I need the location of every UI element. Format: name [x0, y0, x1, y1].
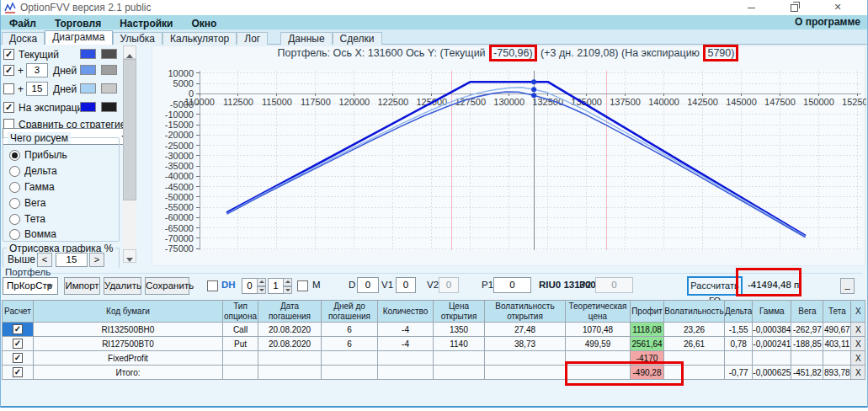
- menu-item-0[interactable]: Файл: [0, 17, 45, 29]
- column-header-9: Профит: [631, 301, 664, 323]
- y-axis-label: -15000: [165, 120, 194, 130]
- radio-label-0: Прибыль: [24, 149, 67, 161]
- spin-up-icon[interactable]: [283, 278, 292, 286]
- maximize-button[interactable]: [781, 0, 807, 15]
- dh-checkbox[interactable]: [207, 280, 218, 291]
- spin-up-icon[interactable]: [257, 278, 266, 286]
- v2-input: 0: [439, 277, 459, 293]
- decrease-button[interactable]: <: [37, 253, 52, 267]
- cell-дельта: -1,55: [725, 323, 753, 337]
- menu-item-3[interactable]: Окно: [182, 17, 226, 29]
- column-header-6: Цена открытия: [434, 301, 485, 323]
- v2-label: V2: [427, 280, 439, 290]
- radio-прибыль[interactable]: [9, 150, 20, 161]
- minimize-button[interactable]: [738, 0, 764, 15]
- cell-код-бумаги: RI127500BT0: [34, 337, 223, 351]
- row-calc-checkbox-cell[interactable]: ✓: [3, 323, 34, 337]
- y-axis-label: -65000: [165, 223, 194, 233]
- x-axis-label: 150000: [803, 97, 834, 107]
- menu-item-1[interactable]: Торговля: [45, 17, 110, 29]
- spinner-2-value: 1: [268, 278, 283, 294]
- strategy-select[interactable]: ПрКорСтр: [3, 277, 58, 295]
- save-button[interactable]: Сохранить: [145, 277, 189, 295]
- cell-дата-погашения: 20.08.2020: [258, 323, 322, 337]
- y-axis-label: -55000: [165, 202, 194, 212]
- layer-color-swatch: [80, 65, 96, 75]
- days-input-2[interactable]: 15: [26, 82, 48, 96]
- column-header-1: Код бумаги: [34, 301, 223, 323]
- row-delete-button[interactable]: X: [851, 337, 865, 351]
- scroll-up-button[interactable]: [123, 45, 136, 59]
- tab-калькулятор[interactable]: Калькулятор: [162, 32, 237, 45]
- import-button[interactable]: Импорт: [64, 277, 100, 295]
- row-checkbox[interactable]: ✓: [13, 339, 23, 349]
- y-axis-label: 10000: [168, 68, 194, 78]
- p1-input[interactable]: 0: [493, 277, 531, 293]
- radio-label-2: Гамма: [24, 181, 55, 193]
- row-delete-button[interactable]: X: [851, 351, 865, 366]
- collapse-button[interactable]: _: [840, 278, 855, 294]
- cell-гамма: -0,000625: [753, 366, 791, 380]
- minimize-icon: [748, 8, 755, 8]
- radio-тета[interactable]: [9, 214, 20, 225]
- row-checkbox[interactable]: ✓: [13, 367, 23, 377]
- cell-теоретическая-цена: 1070,48: [566, 323, 631, 337]
- delete-button[interactable]: Удалить: [104, 277, 141, 295]
- tab-лог[interactable]: Лог: [237, 32, 268, 45]
- y-axis-label: -30000: [165, 151, 194, 161]
- menu-item-about[interactable]: О программе: [795, 16, 860, 28]
- y-axis-label: -60000: [165, 212, 194, 222]
- row-delete-button[interactable]: X: [851, 366, 865, 380]
- tab-сделки[interactable]: Сделки: [333, 32, 382, 45]
- row-delete-button[interactable]: X: [851, 323, 865, 337]
- tab-улыбка[interactable]: Улыбка: [113, 32, 163, 45]
- row-calc-checkbox-cell[interactable]: ✓: [3, 337, 34, 351]
- days-input-1[interactable]: 3: [26, 63, 48, 77]
- threshold-input[interactable]: 15: [56, 253, 88, 267]
- row-checkbox[interactable]: ✓: [13, 353, 23, 363]
- layer-label-0: Текущий: [19, 49, 59, 61]
- calculate-margin-button[interactable]: Рассчитать ГО: [687, 276, 743, 296]
- row-calc-checkbox-cell[interactable]: ✓: [3, 366, 34, 380]
- annotation-expiration-value-box: 5790): [703, 45, 738, 61]
- cell-профит: 2561,64: [631, 337, 664, 351]
- cell-гамма: [753, 351, 791, 366]
- tab-strip: ДоскаДиаграммаУлыбкаКалькуляторЛогДанные…: [0, 29, 868, 45]
- radio-дельта[interactable]: [9, 166, 20, 177]
- radio-гамма[interactable]: [9, 182, 20, 193]
- row-checkbox[interactable]: ✓: [13, 324, 23, 334]
- x-axis-label: 140000: [648, 97, 679, 107]
- m-checkbox[interactable]: [297, 280, 308, 291]
- v1-input[interactable]: 0: [396, 277, 416, 293]
- y-axis-label: -20000: [165, 130, 194, 140]
- cell-количество: [378, 351, 434, 366]
- cell-дней-до-погашения: [322, 366, 378, 380]
- cell-код-бумаги: Итого:: [34, 366, 223, 380]
- spinner-2[interactable]: 1: [268, 278, 292, 294]
- d-input[interactable]: 0: [357, 277, 379, 293]
- cell-волатильность-открытия: 38,73: [485, 337, 566, 351]
- window-title: OptionFVV версия 2.1 public: [20, 2, 152, 13]
- close-button[interactable]: ✕: [825, 0, 850, 15]
- tab-диаграмма[interactable]: Диаграмма: [45, 30, 112, 45]
- increase-button[interactable]: >: [89, 253, 104, 267]
- scrollbar-thumb[interactable]: [123, 59, 136, 200]
- layer-checkbox-2[interactable]: [3, 83, 14, 94]
- scroll-down-button[interactable]: [123, 249, 136, 263]
- tab-доска[interactable]: Доска: [2, 32, 45, 45]
- spin-down-icon[interactable]: [257, 286, 266, 295]
- above-label: Выше: [8, 254, 35, 265]
- row-calc-checkbox-cell[interactable]: ✓: [3, 351, 34, 366]
- layer-checkbox-1[interactable]: ✓: [3, 65, 14, 76]
- layer-checkbox-0[interactable]: ✓: [3, 49, 14, 60]
- spinner-1[interactable]: 0: [242, 278, 266, 294]
- radio-вомма[interactable]: [9, 229, 20, 240]
- column-header-0: Расчет: [3, 301, 34, 323]
- spin-down-icon[interactable]: [283, 286, 292, 295]
- menu-item-2[interactable]: Настройки: [110, 17, 182, 29]
- arrow-up-icon: [126, 54, 133, 58]
- radio-вега[interactable]: [9, 198, 20, 209]
- tab-данные[interactable]: Данные: [280, 32, 332, 45]
- layer-checkbox-3[interactable]: ✓: [3, 102, 14, 113]
- plus-label: +: [18, 83, 24, 95]
